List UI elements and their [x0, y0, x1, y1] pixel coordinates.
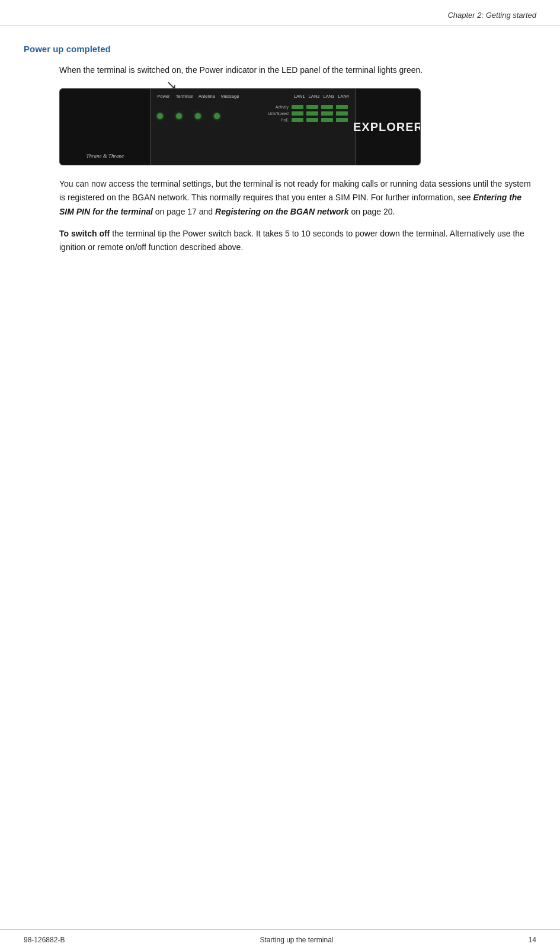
chapter-title: Chapter 2: Getting started	[447, 11, 536, 20]
led-dot-antenna	[195, 113, 201, 119]
body-text-2-rest: the terminal tip the Power switch back. …	[59, 229, 524, 252]
bold-switch-off: To switch off	[59, 229, 110, 238]
body-paragraph-2: To switch off the terminal tip the Power…	[59, 227, 536, 254]
footer-page-number: 14	[529, 936, 536, 944]
linkspeed-bar-2	[306, 111, 318, 116]
right-labels: LAN1 LAN2 LAN3 LAN4	[294, 94, 349, 99]
led-dot-message	[214, 113, 220, 119]
body-text-1-start: You can now access the terminal settings…	[59, 179, 531, 202]
italic-bold-text-2: Registering on the BGAN network	[215, 207, 349, 216]
label-poe: PoE	[261, 118, 289, 122]
page-footer: 98-126882-B Starting up the terminal 14	[0, 929, 560, 950]
device-illustration: Thrane & Thrane Power Terminal Antenna M…	[59, 88, 421, 165]
top-labels-row: Power Terminal Antenna Message LAN1 LAN2…	[157, 94, 349, 99]
poe-bar-4	[336, 118, 348, 122]
linkspeed-bar-4	[336, 111, 348, 116]
activity-bar-4	[336, 105, 348, 109]
activity-bar-2	[306, 105, 318, 109]
footer-chapter-label: Starting up the terminal	[260, 936, 333, 944]
poe-bar-3	[321, 118, 333, 122]
section-heading: Power up completed	[24, 44, 536, 54]
body-text-1-mid: on page 17 and	[153, 207, 215, 216]
device-right-panel: EXPLORER	[355, 89, 420, 165]
linkspeed-bars	[292, 111, 349, 116]
activity-bars	[292, 105, 349, 109]
linkspeed-bar-1	[292, 111, 303, 116]
activity-bar-3	[321, 105, 333, 109]
linkspeed-row: Link/Speed	[261, 111, 349, 116]
poe-row: PoE	[261, 118, 349, 122]
device-image-container: ↘ Thrane & Thrane Power Terminal Antenna	[59, 88, 427, 165]
led-dot-terminal	[176, 113, 182, 119]
label-message: Message	[221, 94, 239, 99]
activity-row: Activity	[261, 105, 349, 109]
body-paragraph-1: You can now access the terminal settings…	[59, 177, 536, 218]
activity-bar-1	[292, 105, 303, 109]
body-text-1-end: on page 20.	[349, 207, 395, 216]
left-labels: Power Terminal Antenna Message	[157, 94, 239, 99]
poe-bar-2	[306, 118, 318, 122]
label-terminal: Terminal	[176, 94, 193, 99]
device-left-panel: Thrane & Thrane	[60, 89, 151, 165]
linkspeed-bar-3	[321, 111, 333, 116]
explorer-label: EXPLORER	[353, 120, 421, 134]
label-lan2: LAN2	[309, 94, 320, 99]
label-antenna: Antenna	[199, 94, 215, 99]
intro-paragraph: When the terminal is switched on, the Po…	[59, 63, 536, 76]
label-activity: Activity	[261, 105, 289, 109]
label-linkspeed: Link/Speed	[261, 111, 289, 116]
footer-doc-number: 98-126882-B	[24, 936, 65, 944]
label-lan3: LAN3	[323, 94, 334, 99]
main-content: Power up completed When the terminal is …	[0, 44, 560, 254]
poe-bars	[292, 118, 349, 122]
label-lan1: LAN1	[294, 94, 305, 99]
led-dot-power	[157, 113, 163, 119]
label-power: Power	[157, 94, 169, 99]
label-lan4: LAN4	[338, 94, 349, 99]
poe-bar-1	[292, 118, 303, 122]
page-container: Chapter 2: Getting started Power up comp…	[0, 0, 560, 950]
brand-logo: Thrane & Thrane	[86, 153, 124, 159]
device-led-panel: Power Terminal Antenna Message LAN1 LAN2…	[151, 89, 355, 165]
page-header: Chapter 2: Getting started	[0, 0, 560, 26]
